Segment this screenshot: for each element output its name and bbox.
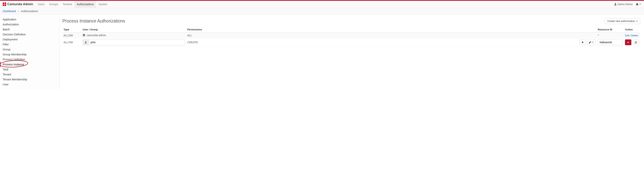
page-title: Process Instance Authorizations <box>62 19 125 24</box>
svg-rect-0 <box>3 3 4 4</box>
breadcrumb-separator: » <box>18 10 19 13</box>
header-permissions: Permissions <box>186 27 596 33</box>
sidebar-item-authorization[interactable]: Authorization <box>0 22 60 27</box>
header-resource-id: Resource ID <box>596 27 624 33</box>
svg-rect-6 <box>84 34 84 35</box>
user-input[interactable] <box>89 39 185 45</box>
svg-rect-9 <box>84 35 84 35</box>
svg-rect-1 <box>4 3 6 4</box>
cell-permissions: ALL <box>186 33 596 38</box>
asterisk-icon <box>582 41 584 43</box>
cancel-icon <box>634 41 637 44</box>
svg-rect-5 <box>83 34 84 35</box>
header-type: Type <box>62 27 82 33</box>
sidebar-item: Decision Definition <box>0 32 60 37</box>
sidebar-item-deployment[interactable]: Deployment <box>0 37 60 42</box>
sidebar-item-process-instance[interactable]: Process Instance <box>0 62 60 67</box>
svg-rect-2 <box>3 5 4 6</box>
create-authorization-button[interactable]: Create new authorization + <box>605 18 640 24</box>
breadcrumb-root[interactable]: Dashboard <box>3 10 16 13</box>
sidebar-item: Process Instance <box>0 62 60 67</box>
sidebar-item: Group Membership <box>0 52 60 57</box>
sidebar-item: Tenant Membership <box>0 77 60 82</box>
user-menu[interactable]: Demo Demo <box>612 1 634 7</box>
brand[interactable]: Camunda Admin <box>2 2 35 6</box>
sidebar-item: Application <box>0 17 60 22</box>
group-icon <box>83 34 85 37</box>
cell-type: ALLOW <box>62 33 82 38</box>
edit-cell-type: ALLOW <box>62 38 82 47</box>
create-button-label: Create new authorization <box>607 20 635 23</box>
sidebar-item-decision-definition[interactable]: Decision Definition <box>0 32 60 37</box>
home-icon <box>636 3 639 6</box>
permissions-text: CREATE <box>187 41 198 44</box>
sidebar-item: Task <box>0 67 60 72</box>
svg-rect-13 <box>84 36 85 36</box>
sidebar-item: Process Definition <box>0 57 60 62</box>
edit-cell-resource <box>596 38 624 47</box>
pencil-icon <box>589 41 591 43</box>
sidebar-item-application[interactable]: Application <box>0 17 60 22</box>
home-menu[interactable] <box>634 1 642 7</box>
user-name: Demo Demo <box>618 3 633 6</box>
nav-item-tenants[interactable]: Tenants <box>60 1 74 8</box>
sidebar-item-group-membership[interactable]: Group Membership <box>0 52 60 57</box>
svg-rect-3 <box>4 5 6 6</box>
sidebar-item-task[interactable]: Task <box>0 67 60 72</box>
nav-item-system[interactable]: System <box>96 1 110 8</box>
svg-rect-7 <box>84 34 85 35</box>
svg-rect-12 <box>84 36 84 36</box>
user-type-toggle[interactable] <box>83 39 89 45</box>
header-action: Action <box>624 27 640 33</box>
check-icon <box>627 41 630 44</box>
permission-add-button[interactable] <box>580 39 586 45</box>
cell-user-group-text: camunda-admin <box>87 34 106 37</box>
sidebar-item-tenant-membership[interactable]: Tenant Membership <box>0 77 60 82</box>
confirm-button[interactable] <box>625 39 631 45</box>
cell-resource-id: * <box>596 33 624 38</box>
sidebar-item: Filter <box>0 42 60 47</box>
sidebar-item: Tenant <box>0 72 60 77</box>
nav-item-authorizations[interactable]: Authorizations <box>74 1 96 8</box>
nav-item-users[interactable]: Users <box>35 1 47 8</box>
sidebar-item: Authorization <box>0 22 60 27</box>
permission-edit-button[interactable] <box>587 39 596 45</box>
caret-down-icon <box>640 4 641 5</box>
cancel-button[interactable] <box>633 39 639 45</box>
svg-rect-8 <box>83 35 84 35</box>
main-content: Process Instance Authorizations Create n… <box>60 15 644 89</box>
nav-item-groups[interactable]: Groups <box>47 1 60 8</box>
table-row: ALLOW camunda-admin ALL * Edit Delete <box>62 33 640 38</box>
sidebar-item: Deployment <box>0 37 60 42</box>
brand-text: Camunda Admin <box>7 2 33 6</box>
sidebar: ApplicationAuthorizationBatchDecision De… <box>0 15 60 89</box>
sidebar-item-user[interactable]: User <box>0 82 60 87</box>
sidebar-item-process-definition[interactable]: Process Definition <box>0 57 60 62</box>
sidebar-item-filter[interactable]: Filter <box>0 42 60 47</box>
sidebar-item-group[interactable]: Group <box>0 47 60 52</box>
sidebar-item-batch[interactable]: Batch <box>0 27 60 32</box>
svg-rect-10 <box>84 35 85 35</box>
camunda-logo-icon <box>3 3 6 6</box>
edit-cell-user <box>82 38 186 47</box>
cell-user-group: camunda-admin <box>82 33 186 38</box>
sidebar-item: Group <box>0 47 60 52</box>
sidebar-item: Batch <box>0 27 60 32</box>
user-icon <box>85 41 87 43</box>
table-edit-row: ALLOW CREATE <box>62 38 640 47</box>
sidebar-item-tenant[interactable]: Tenant <box>0 72 60 77</box>
svg-line-15 <box>635 42 636 43</box>
cell-actions: Edit Delete <box>624 33 640 38</box>
nav-menu: UsersGroupsTenantsAuthorizationsSystem <box>35 1 110 8</box>
caret-down-icon <box>592 42 594 43</box>
sidebar-item: User <box>0 82 60 87</box>
plus-icon: + <box>636 20 638 23</box>
authorizations-table: Type User / Group Permissions Resource I… <box>62 27 640 47</box>
edit-cell-actions <box>624 38 640 47</box>
svg-rect-11 <box>83 36 84 36</box>
edit-cell-permissions: CREATE <box>186 38 596 47</box>
edit-link[interactable]: Edit <box>625 34 630 37</box>
breadcrumb: Dashboard » Authorizations <box>0 8 644 15</box>
delete-link[interactable]: Delete <box>630 34 638 37</box>
resource-id-input[interactable] <box>598 39 623 45</box>
